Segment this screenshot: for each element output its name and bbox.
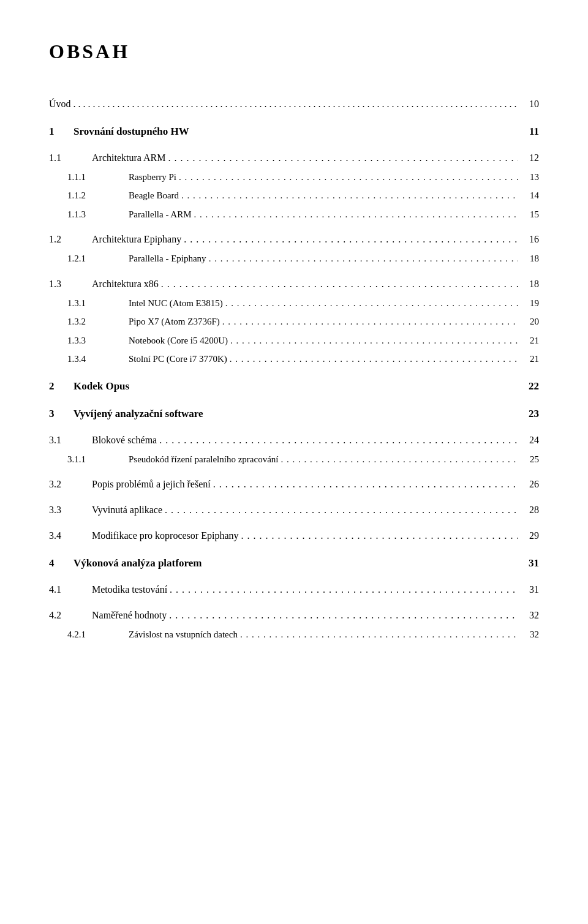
subsection-page-1.1.1: 13: [521, 170, 539, 184]
section-num-3.4: 3.4: [49, 528, 92, 543]
section-num-4.2: 4.2: [49, 608, 92, 623]
section-page-4.2: 32: [521, 608, 539, 623]
section-title-3.4: Modifikace pro koprocesor Epiphany: [92, 528, 238, 543]
chapter-num-3: 3: [49, 406, 74, 422]
subsection-entry-1.3.1: 1.3.1 Intel NUC (Atom E3815) 19: [49, 296, 539, 310]
section-dots-3.1: [159, 433, 518, 448]
section-num-1.3: 1.3: [49, 277, 92, 291]
section-dots-4.1: [170, 582, 518, 597]
subsection-title-1.3.1: Intel NUC (Atom E3815): [129, 296, 223, 310]
chapter-title-4: Výkonová analýza platforem: [74, 555, 521, 571]
subsection-num-1.3.4: 1.3.4: [67, 352, 129, 366]
chapter-entry-2: 2 Kodek Opus 22: [49, 378, 539, 394]
chapter-title-1: Srovnání dostupného HW: [74, 124, 521, 140]
chapter-entry-3: 3 Vyvíjený analyzační software 23: [49, 406, 539, 422]
subsection-title-1.3.2: Pipo X7 (Atom Z3736F): [129, 315, 220, 329]
section-entry-3.1: 3.1 Blokové schéma 24: [49, 433, 539, 448]
subsection-page-1.1.3: 15: [521, 208, 539, 222]
section-page-1.1: 12: [521, 151, 539, 165]
subsection-page-1.3.2: 20: [521, 315, 539, 329]
subsection-entry-1.1.3: 1.1.3 Parallella - ARM 15: [49, 208, 539, 222]
subsection-title-1.3.3: Notebook (Core i5 4200U): [129, 334, 228, 348]
section-page-1.3: 18: [521, 277, 539, 291]
subsection-title-1.3.4: Stolní PC (Core i7 3770K): [129, 352, 227, 366]
subsection-entry-1.3.2: 1.3.2 Pipo X7 (Atom Z3736F) 20: [49, 315, 539, 329]
page-title: OBSAH: [49, 37, 539, 66]
section-page-3.2: 26: [521, 477, 539, 492]
subsection-title-3.1.1: Pseudokód řízení paralelního zpracování: [129, 453, 279, 467]
section-title-3.2: Popis problémů a jejich řešení: [92, 477, 211, 492]
subsection-title-1.1.2: Beagle Board: [129, 189, 179, 203]
subsection-num-1.1.1: 1.1.1: [67, 170, 129, 184]
intro-page: 10: [521, 97, 539, 111]
section-page-3.1: 24: [521, 433, 539, 448]
subsection-title-1.1.1: Raspberry Pi: [129, 170, 176, 184]
subsection-page-1.3.3: 21: [521, 334, 539, 348]
section-dots-1.3: [161, 277, 518, 291]
section-dots-3.4: [241, 528, 518, 543]
chapter-entry-1: 1 Srovnání dostupného HW 11: [49, 124, 539, 140]
section-entry-1.1: 1.1 Architektura ARM 12: [49, 151, 539, 165]
toc-intro-entry: Úvod 10: [49, 97, 539, 111]
subsection-title-1.2.1: Parallella - Epiphany: [129, 252, 206, 266]
chapter-title-2: Kodek Opus: [74, 378, 521, 394]
section-entry-4.2: 4.2 Naměřené hodnoty 32: [49, 608, 539, 623]
subsection-dots-1.3.2: [222, 315, 518, 329]
subsection-page-1.1.2: 14: [521, 189, 539, 203]
subsection-entry-1.1.2: 1.1.2 Beagle Board 14: [49, 189, 539, 203]
chapter-num-4: 4: [49, 555, 74, 571]
section-dots-1.1: [168, 151, 518, 165]
section-dots-4.2: [169, 608, 518, 623]
section-dots-3.3: [165, 503, 518, 517]
subsection-dots-1.1.3: [194, 208, 518, 222]
section-entry-3.4: 3.4 Modifikace pro koprocesor Epiphany 2…: [49, 528, 539, 543]
section-page-3.4: 29: [521, 528, 539, 543]
chapter-page-3: 23: [521, 406, 539, 422]
section-title-4.1: Metodika testování: [92, 582, 167, 597]
section-num-3.1: 3.1: [49, 433, 92, 448]
subsection-num-3.1.1: 3.1.1: [67, 453, 129, 467]
section-title-3.1: Blokové schéma: [92, 433, 157, 448]
subsection-num-1.2.1: 1.2.1: [67, 252, 129, 266]
section-page-4.1: 31: [521, 582, 539, 597]
section-entry-3.3: 3.3 Vyvinutá aplikace 28: [49, 503, 539, 517]
chapter-page-4: 31: [521, 555, 539, 571]
subsection-dots-1.1.1: [179, 170, 518, 184]
subsection-num-1.3.2: 1.3.2: [67, 315, 129, 329]
intro-dots: [74, 97, 518, 111]
subsection-num-4.2.1: 4.2.1: [67, 628, 129, 642]
subsection-entry-1.1.1: 1.1.1 Raspberry Pi 13: [49, 170, 539, 184]
subsection-page-3.1.1: 25: [521, 453, 539, 467]
subsection-page-1.3.4: 21: [521, 352, 539, 366]
section-title-3.3: Vyvinutá aplikace: [92, 503, 162, 517]
section-num-1.2: 1.2: [49, 232, 92, 247]
section-title-1.3: Architektura x86: [92, 277, 159, 291]
subsection-title-4.2.1: Závislost na vstupních datech: [129, 628, 238, 642]
subsection-entry-1.2.1: 1.2.1 Parallella - Epiphany 18: [49, 252, 539, 266]
chapter-title-3: Vyvíjený analyzační software: [74, 406, 521, 422]
subsection-entry-1.3.3: 1.3.3 Notebook (Core i5 4200U) 21: [49, 334, 539, 348]
subsection-dots-1.3.4: [230, 352, 518, 366]
section-page-1.2: 16: [521, 232, 539, 247]
subsection-entry-1.3.4: 1.3.4 Stolní PC (Core i7 3770K) 21: [49, 352, 539, 366]
toc-chapters: 1 Srovnání dostupného HW 11 1.1 Architek…: [49, 124, 539, 641]
chapter-page-1: 11: [521, 124, 539, 140]
subsection-dots-1.3.1: [225, 296, 518, 310]
subsection-dots-1.2.1: [209, 252, 518, 266]
section-dots-1.2: [184, 232, 518, 247]
section-page-3.3: 28: [521, 503, 539, 517]
section-title-4.2: Naměřené hodnoty: [92, 608, 167, 623]
section-entry-1.2: 1.2 Architektura Epiphany 16: [49, 232, 539, 247]
chapter-page-2: 22: [521, 378, 539, 394]
subsection-num-1.1.3: 1.1.3: [67, 208, 129, 222]
section-dots-3.2: [213, 477, 518, 492]
section-num-3.3: 3.3: [49, 503, 92, 517]
subsection-page-1.3.1: 19: [521, 296, 539, 310]
subsection-num-1.1.2: 1.1.2: [67, 189, 129, 203]
subsection-title-1.1.3: Parallella - ARM: [129, 208, 191, 222]
intro-label: Úvod: [49, 97, 71, 111]
section-num-1.1: 1.1: [49, 151, 92, 165]
section-entry-4.1: 4.1 Metodika testování 31: [49, 582, 539, 597]
section-entry-3.2: 3.2 Popis problémů a jejich řešení 26: [49, 477, 539, 492]
subsection-dots-3.1.1: [281, 453, 519, 467]
